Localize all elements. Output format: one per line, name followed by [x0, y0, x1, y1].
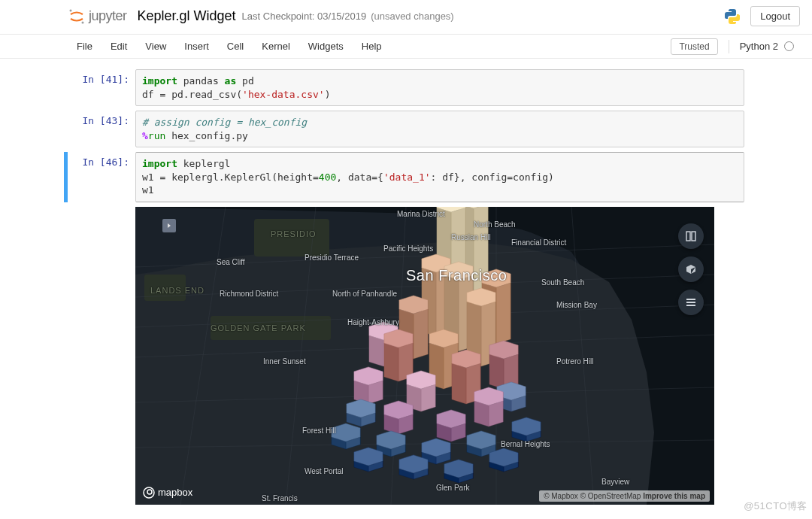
map-controls	[678, 223, 704, 315]
map-label: Sea Cliff	[217, 258, 245, 266]
jupyter-logo-icon	[68, 8, 86, 26]
map-label: Pacific Heights	[383, 244, 433, 253]
cell-prompt: In [46]:	[68, 152, 135, 202]
svg-marker-42	[414, 309, 428, 359]
watermark: @51CTO博客	[744, 499, 807, 513]
map-label: Presidio Terrace	[304, 253, 359, 262]
code-cell[interactable]: In [43]:# assign config = hex_config %ru…	[68, 111, 744, 147]
svg-rect-133	[686, 305, 695, 306]
svg-point-134	[144, 487, 154, 498]
map-label: Bayview	[601, 478, 629, 486]
menu-cell[interactable]: Cell	[218, 36, 253, 56]
menu-view[interactable]: View	[136, 36, 175, 56]
map-label: Marina District	[397, 210, 445, 218]
map-label: Bernal Heights	[501, 440, 550, 448]
svg-marker-55	[384, 343, 398, 381]
notebook-title[interactable]: Kepler.gl Widget	[138, 8, 236, 24]
menu-edit[interactable]: Edit	[102, 36, 136, 56]
menu-insert[interactable]: Insert	[175, 36, 218, 56]
kernel-name: Python 2	[740, 41, 778, 52]
map-label: Inner Sunset	[263, 357, 306, 366]
unsaved-text: (unsaved changes)	[371, 11, 454, 22]
kernel-indicator[interactable]: Python 2	[740, 41, 794, 52]
svg-rect-129	[686, 232, 690, 241]
map-label: St. Francis	[262, 494, 298, 502]
svg-rect-130	[692, 232, 695, 241]
map-label: PRESIDIO	[271, 229, 317, 238]
menu-widgets[interactable]: Widgets	[299, 36, 353, 56]
notebook-container: In [41]:import pandas as pd df = pd.read…	[0, 59, 812, 505]
cell-input[interactable]: import keplergl w1 = keplergl.KeplerGl(h…	[135, 152, 744, 202]
svg-marker-70	[421, 384, 435, 411]
toggle-3d-button[interactable]	[678, 256, 704, 282]
cell-prompt: In [41]:	[68, 69, 135, 106]
city-label: San Francisco	[406, 267, 507, 284]
map-label: Russian Hill	[451, 233, 491, 241]
sidebar-toggle-button[interactable]	[162, 219, 176, 232]
mapbox-logo[interactable]: mapbox	[143, 487, 192, 499]
kernel-idle-icon	[784, 41, 794, 51]
map-label: Richmond District	[220, 290, 278, 298]
map-label: West Portal	[304, 467, 344, 475]
map-label: Forest Hill	[302, 426, 336, 435]
menubar: FileEditViewInsertCellKernelWidgetsHelp …	[0, 35, 812, 59]
kepler-map-widget[interactable]: Marina DistrictNorth BeachPRESIDIORussia…	[135, 207, 714, 505]
map-label: North Beach	[474, 220, 516, 229]
checkpoint-text: Last Checkpoint: 03/15/2019	[242, 11, 367, 22]
svg-point-0	[70, 9, 72, 11]
map-label: LANDS END	[150, 286, 205, 295]
menu-file[interactable]: File	[68, 36, 102, 56]
cell-prompt: In [43]:	[68, 111, 135, 147]
svg-marker-47	[369, 335, 383, 366]
svg-marker-34	[496, 283, 511, 344]
python-logo-icon	[723, 8, 741, 26]
map-label: Mission Bay	[556, 301, 597, 309]
jupyter-logo-text: jupyter	[89, 8, 127, 24]
split-map-button[interactable]	[678, 223, 704, 249]
svg-point-135	[147, 490, 152, 494]
svg-rect-131	[686, 299, 695, 300]
cell-input[interactable]: # assign config = hex_config %run hex_co…	[135, 111, 744, 147]
map-label: GOLDEN GATE PARK	[211, 323, 306, 332]
map-label: North of Panhandle	[332, 290, 397, 298]
map-label: Glen Park	[436, 484, 469, 492]
map-label: Potrero Hill	[556, 357, 593, 366]
jupyter-logo[interactable]: jupyter	[68, 8, 127, 26]
mapbox-text: mapbox	[158, 487, 192, 498]
svg-marker-59	[489, 354, 504, 389]
map-label: Haight-Ashbury	[347, 318, 399, 326]
cell-input[interactable]: import pandas as pd df = pd.read_csv('he…	[135, 69, 744, 106]
separator	[729, 40, 729, 53]
map-label: Financial District	[511, 238, 566, 247]
code-cell[interactable]: In [46]:import keplergl w1 = keplergl.Ke…	[68, 152, 744, 202]
notebook-header: jupyter Kepler.gl Widget Last Checkpoint…	[0, 0, 812, 35]
menu-kernel[interactable]: Kernel	[253, 36, 299, 56]
svg-marker-63	[452, 363, 466, 404]
cell-output: Marina DistrictNorth BeachPRESIDIORussia…	[135, 207, 744, 505]
logout-button[interactable]: Logout	[750, 6, 800, 26]
legend-button[interactable]	[678, 290, 704, 315]
map-label: South Beach	[541, 278, 584, 287]
trusted-indicator[interactable]: Trusted	[671, 38, 717, 55]
map-attribution[interactable]: © Mapbox © OpenStreetMap Improve this ma…	[539, 490, 710, 502]
menu-help[interactable]: Help	[353, 36, 391, 56]
svg-point-1	[82, 21, 84, 23]
code-cell[interactable]: In [41]:import pandas as pd df = pd.read…	[68, 69, 744, 106]
svg-rect-132	[686, 302, 695, 303]
